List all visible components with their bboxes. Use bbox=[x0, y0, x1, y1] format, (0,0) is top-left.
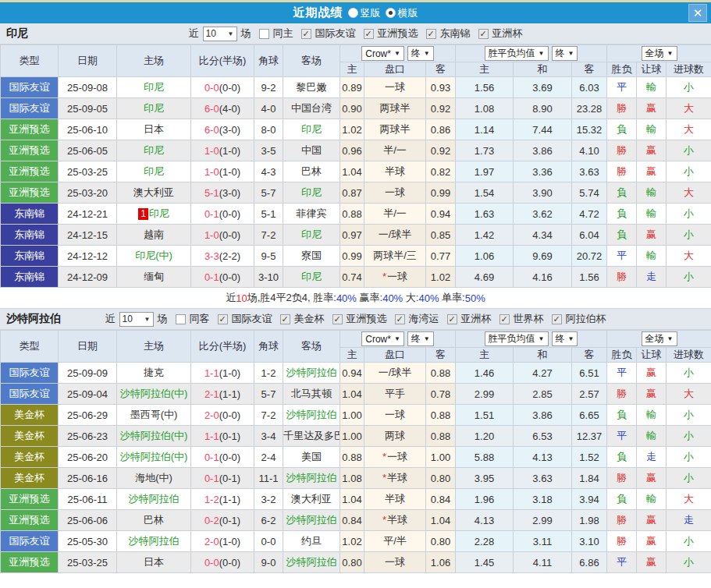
summary-segment: 近 bbox=[226, 291, 236, 305]
away-odds-cell: 1.02 bbox=[426, 267, 456, 288]
table-row: 美金杯25-06-23沙特阿拉伯(中)1-1(0-1)3-4千里达及多巴哥1.0… bbox=[1, 426, 711, 447]
mean-lose-cell: 1.56 bbox=[572, 267, 607, 288]
results-table: 类型日期主场比分(半场)角球客场Crow*▼终▼胜平负均值▼终▼全场▼主盘口客主… bbox=[0, 330, 711, 573]
close-button[interactable]: ✕ bbox=[688, 4, 707, 22]
type-cell: 东南锦 bbox=[1, 225, 59, 246]
home-team-name: 印尼 bbox=[144, 102, 164, 114]
score-cell: 0-1(0-0) bbox=[191, 447, 254, 468]
dropdown-select[interactable]: 终▼ bbox=[552, 331, 578, 346]
home-odds-cell: 1.02 bbox=[340, 531, 364, 552]
fulltime-score: 0-2 bbox=[204, 515, 219, 526]
dropdown-label: 胜平负均值 bbox=[489, 332, 535, 345]
mean-lose-cell: 6.03 bbox=[572, 77, 607, 98]
date-cell: 25-09-04 bbox=[59, 384, 117, 405]
handicap-result-cell: 赢 bbox=[637, 531, 667, 552]
handicap-value: 两球半/三 bbox=[373, 250, 417, 261]
competition-checkbox[interactable]: ✓ bbox=[552, 314, 562, 324]
recent-results-dialog: 近期战绩 竖版 横版 ✕ 印尼近10▼场同主✓国际友谊✓亚洲预选✓东南锦✓亚洲杯… bbox=[0, 0, 711, 588]
competition-checkbox[interactable]: ✓ bbox=[218, 314, 228, 324]
score-cell: 6-0(4-0) bbox=[191, 98, 254, 119]
fulltime-score: 1-1 bbox=[204, 367, 219, 379]
handicap-cell: 一球 bbox=[364, 182, 426, 204]
dropdown-select[interactable]: Crow*▼ bbox=[361, 331, 404, 346]
radio-vertical[interactable]: 竖版 bbox=[348, 6, 381, 20]
dropdown-select[interactable]: 终▼ bbox=[407, 331, 434, 346]
competition-checkbox[interactable]: ✓ bbox=[332, 314, 343, 324]
corner-cell: 6-2 bbox=[254, 510, 283, 531]
home-team-cell: 沙特阿拉伯(中) bbox=[117, 426, 191, 447]
match-count-select[interactable]: 10▼ bbox=[119, 312, 154, 327]
competition-checkbox[interactable]: ✓ bbox=[301, 29, 311, 39]
result-cell: 平 bbox=[607, 77, 637, 98]
home-team-cell: 印尼(中) bbox=[117, 246, 191, 267]
handicap-cell: 一/球半 bbox=[364, 363, 426, 384]
dropdown-select[interactable]: Crow*▼ bbox=[361, 46, 404, 61]
away-odds-cell: 0.93 bbox=[426, 77, 456, 98]
score-cell: 1-0(0-0) bbox=[191, 225, 254, 246]
competition-checkbox[interactable]: ✓ bbox=[280, 314, 290, 324]
competition-checkbox[interactable]: ✓ bbox=[395, 314, 405, 324]
column-subheader: 主 bbox=[340, 62, 364, 77]
dropdown-select[interactable]: 胜平负均值▼ bbox=[485, 46, 549, 61]
away-team-name: 中国 bbox=[301, 144, 322, 156]
table-row: 国际友谊25-09-04沙特阿拉伯(中)2-1(1-1)5-7北马其顿1.04平… bbox=[1, 384, 711, 405]
fulltime-score: 0-0 bbox=[204, 82, 219, 94]
handicap-result-cell: 輸 bbox=[637, 204, 667, 225]
same-side-checkbox[interactable] bbox=[176, 314, 186, 324]
dropdown-select[interactable]: 全场▼ bbox=[642, 46, 677, 61]
date-cell: 25-03-25 bbox=[59, 161, 117, 182]
home-odds-cell: 1.04 bbox=[340, 384, 364, 405]
dropdown-select[interactable]: 终▼ bbox=[407, 46, 434, 61]
mean-win-cell: 1.42 bbox=[456, 225, 514, 246]
column-subheader: 客 bbox=[426, 348, 456, 363]
date-cell: 24-12-09 bbox=[59, 267, 117, 288]
header-row-groups: 类型日期主场比分(半场)角球客场Crow*▼终▼胜平负均值▼终▼全场▼ bbox=[1, 331, 711, 348]
home-team-cell: 海地(中) bbox=[117, 468, 191, 489]
mean-lose-cell: 2.57 bbox=[572, 384, 607, 405]
summary-segment: 50% bbox=[465, 292, 485, 304]
competition-checkbox[interactable]: ✓ bbox=[447, 314, 457, 324]
type-cell: 亚洲预选 bbox=[1, 489, 59, 510]
summary-segment: 40% bbox=[382, 292, 403, 304]
competition-checkbox[interactable]: ✓ bbox=[478, 29, 489, 39]
type-cell: 国际友谊 bbox=[1, 77, 59, 98]
away-team-name: 澳大利亚 bbox=[291, 493, 332, 505]
column-header: 类型 bbox=[1, 331, 59, 363]
games-label: 场 bbox=[241, 27, 251, 41]
competition-label: 国际友谊 bbox=[315, 27, 356, 41]
halftime-score: (0-0) bbox=[219, 271, 240, 283]
fulltime-score: 1-0 bbox=[204, 166, 219, 178]
dropdown-label: 终 bbox=[411, 47, 421, 60]
corner-cell: 1-2 bbox=[254, 363, 283, 384]
fulltime-score: 1-1 bbox=[204, 430, 219, 442]
mean-draw-cell: 3.90 bbox=[514, 182, 572, 204]
result-cell: 勝 bbox=[607, 98, 637, 119]
home-team-name: 澳大利亚 bbox=[133, 186, 174, 198]
dropdown-select[interactable]: 胜平负均值▼ bbox=[485, 331, 549, 346]
dropdown-select[interactable]: 终▼ bbox=[552, 46, 578, 61]
type-cell: 美金杯 bbox=[1, 426, 59, 447]
home-team-cell: 沙特阿拉伯(中) bbox=[117, 384, 191, 405]
dropdown-label: 全场 bbox=[645, 332, 664, 345]
same-side-checkbox[interactable] bbox=[259, 29, 269, 39]
competition-checkbox[interactable]: ✓ bbox=[364, 29, 374, 39]
handicap-result-cell: 赢 bbox=[637, 468, 667, 489]
fulltime-score: 6-0 bbox=[204, 103, 219, 115]
dropdown-label: Crow* bbox=[365, 48, 391, 59]
result-cell: 勝 bbox=[607, 161, 637, 182]
chevron-down-icon: ▼ bbox=[667, 50, 674, 57]
away-team-cell: 中国台湾 bbox=[283, 98, 340, 119]
dropdown-select[interactable]: 全场▼ bbox=[642, 331, 677, 346]
fulltime-score: 5-1 bbox=[204, 187, 219, 199]
radio-horizontal[interactable]: 横版 bbox=[386, 6, 418, 20]
away-team-name: 印尼 bbox=[301, 186, 322, 198]
match-count-select[interactable]: 10▼ bbox=[203, 27, 237, 41]
competition-checkbox[interactable]: ✓ bbox=[426, 29, 436, 39]
goals-result-cell: 小 bbox=[667, 204, 711, 225]
column-subheader: 客 bbox=[426, 62, 456, 77]
competition-checkbox[interactable]: ✓ bbox=[499, 314, 510, 324]
mean-draw-cell: 4.27 bbox=[514, 363, 572, 384]
score-cell: 5-1(3-0) bbox=[191, 182, 254, 204]
home-odds-cell: 0.88 bbox=[340, 204, 364, 225]
goals-result-cell: 小 bbox=[667, 552, 711, 573]
